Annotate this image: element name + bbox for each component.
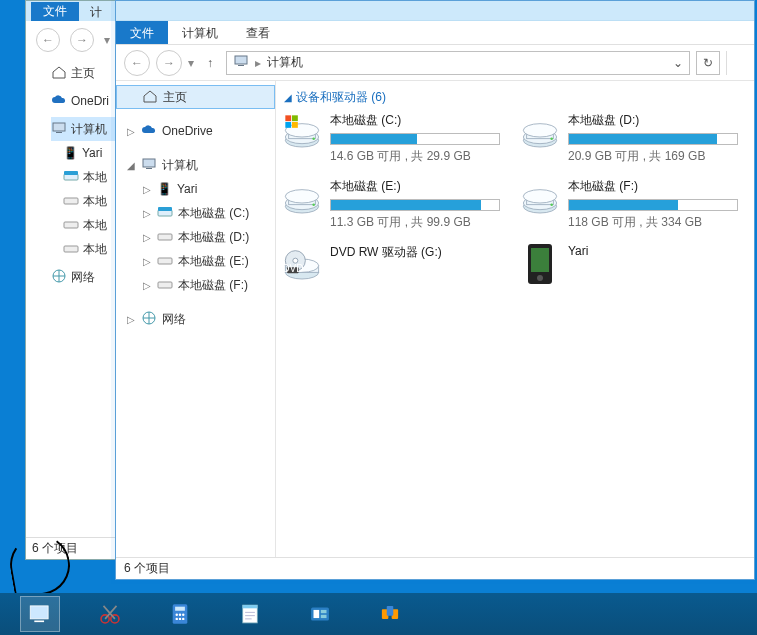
drive-icon — [157, 206, 173, 221]
refresh-button[interactable]: ↻ — [696, 51, 720, 75]
expand-icon[interactable]: ▷ — [126, 314, 136, 325]
taskbar-calculator[interactable] — [160, 596, 200, 632]
svg-rect-7 — [64, 222, 78, 228]
svg-rect-70 — [321, 610, 327, 613]
hdd-icon — [282, 112, 322, 152]
drive-icon — [63, 170, 79, 185]
explorer-window-front: 文件 计算机 查看 ← → ▾ ↑ ▸ 计算机 ⌄ ↻ 主页 ▷OneDrive… — [115, 0, 755, 580]
taskbar-snipping[interactable] — [90, 596, 130, 632]
nav-network[interactable]: ▷网络 — [116, 307, 275, 331]
back-nav-forward[interactable]: → — [70, 28, 94, 52]
svg-rect-69 — [314, 610, 320, 618]
nav-disk-c[interactable]: ▷本地磁盘 (C:) — [116, 201, 275, 225]
collapse-icon[interactable]: ◢ — [284, 92, 292, 103]
taskbar-notepad[interactable] — [230, 596, 270, 632]
drive-item-0[interactable]: 本地磁盘 (C:)14.6 GB 可用 , 共 29.9 GB — [282, 112, 510, 168]
drive-icon — [63, 194, 79, 209]
taskbar-app-2[interactable] — [370, 596, 410, 632]
nav-disk-e[interactable]: ▷本地磁盘 (E:) — [116, 249, 275, 273]
front-titlebar[interactable] — [116, 1, 754, 21]
front-status-bar: 6 个项目 — [116, 557, 754, 579]
svg-point-65 — [182, 618, 184, 620]
phone-icon — [520, 244, 560, 284]
svg-rect-5 — [64, 171, 78, 175]
svg-rect-3 — [56, 132, 62, 133]
nav-back-button[interactable]: ← — [124, 50, 150, 76]
svg-rect-15 — [158, 207, 172, 211]
nav-computer[interactable]: ◢计算机 — [116, 153, 275, 177]
svg-point-53 — [537, 275, 543, 281]
svg-rect-2 — [53, 123, 65, 131]
svg-rect-18 — [158, 282, 172, 288]
nav-disk-d[interactable]: ▷本地磁盘 (D:) — [116, 225, 275, 249]
svg-rect-13 — [146, 168, 152, 169]
nav-home[interactable]: 主页 — [116, 85, 275, 109]
expand-icon[interactable]: ▷ — [142, 280, 152, 291]
address-bar[interactable]: ▸ 计算机 ⌄ — [226, 51, 690, 75]
home-icon — [142, 88, 158, 107]
phone-icon: 📱 — [63, 146, 78, 160]
phone-icon: 📱 — [157, 182, 172, 196]
nav-yari[interactable]: ▷📱Yari — [116, 177, 275, 201]
svg-point-60 — [176, 614, 178, 616]
address-dropdown[interactable]: ⌄ — [673, 56, 683, 70]
usage-bar — [330, 199, 500, 211]
drive-name: 本地磁盘 (C:) — [330, 112, 510, 129]
drive-icon — [157, 254, 173, 269]
drive-free-text: 11.3 GB 可用 , 共 99.9 GB — [330, 214, 510, 231]
drive-item-1[interactable]: 本地磁盘 (D:)20.9 GB 可用 , 共 169 GB — [520, 112, 748, 168]
svg-rect-26 — [292, 115, 298, 121]
expand-icon[interactable]: ▷ — [142, 184, 152, 195]
group-header-devices[interactable]: ◢设备和驱动器 (6) — [282, 85, 748, 112]
nav-disk-f[interactable]: ▷本地磁盘 (F:) — [116, 273, 275, 297]
expand-icon[interactable]: ▷ — [142, 256, 152, 267]
drive-item-2[interactable]: 本地磁盘 (E:)11.3 GB 可用 , 共 99.9 GB — [282, 178, 510, 234]
taskbar-app-1[interactable] — [300, 596, 340, 632]
svg-rect-74 — [387, 606, 394, 616]
drive-item-3[interactable]: 本地磁盘 (F:)118 GB 可用 , 共 334 GB — [520, 178, 748, 234]
collapse-icon[interactable]: ◢ — [126, 160, 136, 171]
nav-forward-button[interactable]: → — [156, 50, 182, 76]
svg-point-61 — [179, 614, 181, 616]
back-nav-back[interactable]: ← — [36, 28, 60, 52]
drive-icon — [157, 230, 173, 245]
computer-icon — [141, 156, 157, 175]
computer-icon — [233, 53, 249, 72]
drive-free-text: 20.9 GB 可用 , 共 169 GB — [568, 148, 748, 165]
nav-onedrive[interactable]: ▷OneDrive — [116, 119, 275, 143]
back-nav-dropdown[interactable]: ▾ — [104, 33, 110, 47]
computer-icon — [51, 120, 67, 139]
back-file-tab[interactable]: 文件 — [31, 2, 79, 21]
hdd-icon — [282, 178, 322, 218]
nav-up-button[interactable]: ↑ — [200, 56, 220, 70]
usage-bar — [568, 199, 738, 211]
drive-item-5[interactable]: Yari — [520, 244, 748, 300]
svg-rect-11 — [238, 65, 244, 66]
drive-name: 本地磁盘 (E:) — [330, 178, 510, 195]
network-icon — [51, 268, 67, 287]
ribbon-tab-file[interactable]: 文件 — [116, 21, 168, 44]
breadcrumb-computer[interactable]: 计算机 — [267, 54, 303, 71]
drive-name: DVD RW 驱动器 (G:) — [330, 244, 510, 261]
svg-rect-25 — [285, 115, 291, 121]
svg-rect-17 — [158, 258, 172, 264]
svg-rect-55 — [34, 621, 44, 623]
network-icon — [141, 310, 157, 329]
nav-history-dropdown[interactable]: ▾ — [188, 56, 194, 70]
dvd-icon: DVD — [282, 244, 322, 284]
back-tab-partial[interactable]: 计 — [90, 4, 102, 21]
search-box-edge[interactable] — [726, 51, 746, 75]
svg-point-43 — [550, 203, 553, 206]
taskbar-explorer[interactable] — [20, 596, 60, 632]
ribbon-tab-computer[interactable]: 计算机 — [168, 21, 232, 44]
expand-icon[interactable]: ▷ — [142, 208, 152, 219]
drive-item-4[interactable]: DVDDVD RW 驱动器 (G:) — [282, 244, 510, 300]
back-nav-row: ← → ▾ — [26, 23, 110, 57]
onedrive-icon — [141, 122, 157, 141]
expand-icon[interactable]: ▷ — [126, 126, 136, 137]
svg-rect-71 — [321, 615, 327, 618]
drive-name: 本地磁盘 (F:) — [568, 178, 748, 195]
expand-icon[interactable]: ▷ — [142, 232, 152, 243]
ribbon-tab-view[interactable]: 查看 — [232, 21, 284, 44]
svg-point-37 — [285, 190, 318, 203]
